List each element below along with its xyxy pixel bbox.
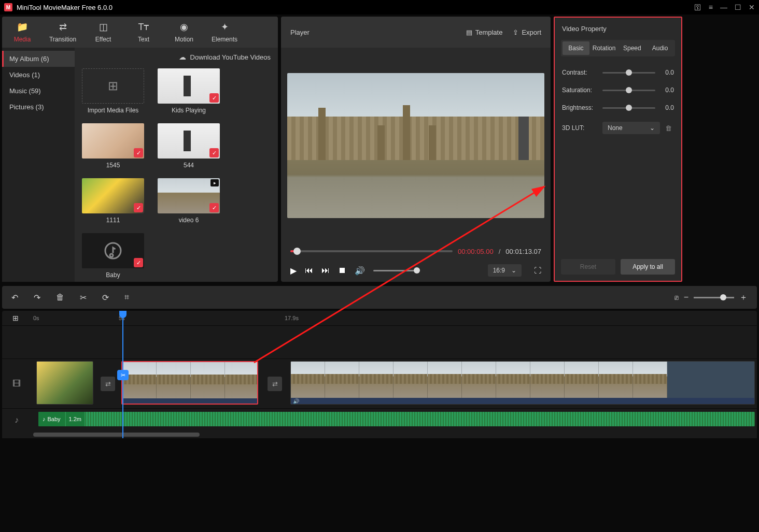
contrast-slider[interactable] <box>602 72 655 74</box>
timeline-clip[interactable]: 🔊 <box>290 361 755 405</box>
play-button[interactable]: ▶ <box>290 266 297 276</box>
video-track[interactable]: ⇄ ⇄ 🔊 <box>31 359 757 408</box>
aspect-ratio-select[interactable]: 16:9⌄ <box>488 264 522 277</box>
brightness-label: Brightness: <box>562 104 599 111</box>
check-icon: ✓ <box>134 148 143 157</box>
media-item[interactable]: ✓ 1545 <box>82 123 144 169</box>
prop-tab-audio[interactable]: Audio <box>646 41 673 55</box>
sidebar-item-myalbum[interactable]: My Album (6) <box>2 51 75 67</box>
maximize-icon[interactable]: ☐ <box>735 3 741 11</box>
split-button[interactable]: ✂ <box>80 293 87 303</box>
zoom-out-button[interactable]: − <box>684 293 688 302</box>
key-icon[interactable]: ⚿ <box>694 3 701 11</box>
tab-effect[interactable]: ◫Effect <box>83 17 123 48</box>
export-button[interactable]: ⇪Export <box>513 28 541 36</box>
tab-transition[interactable]: ⇄Transition <box>43 17 83 48</box>
timeline-ruler[interactable]: ⊞ 0s 5s 17.9s <box>2 311 757 325</box>
close-icon[interactable]: ✕ <box>749 3 755 11</box>
transition-slot[interactable]: ⇄ <box>101 377 115 391</box>
sidebar-item-pictures[interactable]: Pictures (3) <box>2 99 75 115</box>
menu-icon[interactable]: ≡ <box>709 3 713 11</box>
brightness-slider[interactable] <box>602 107 655 109</box>
main-tabbar: 📁Media ⇄Transition ◫Effect TᴛText ◉Motio… <box>2 17 278 48</box>
cloud-download-icon: ☁ <box>179 53 186 61</box>
saturation-label: Saturation: <box>562 87 599 94</box>
undo-button[interactable]: ↶ <box>11 293 18 303</box>
check-icon: ✓ <box>209 148 219 157</box>
tab-media[interactable]: 📁Media <box>2 17 43 48</box>
tab-text[interactable]: TᴛText <box>123 17 164 48</box>
preview-viewport[interactable] <box>287 73 544 218</box>
export-icon: ⇪ <box>513 28 518 36</box>
timeline-scrollbar[interactable] <box>2 431 757 438</box>
tab-elements[interactable]: ✦Elements <box>204 17 245 48</box>
template-button[interactable]: ▤Template <box>466 28 503 36</box>
check-icon: ✓ <box>134 203 143 212</box>
app-title: MiniTool MovieMaker Free 6.0.0 <box>17 4 113 11</box>
redo-button[interactable]: ↷ <box>34 293 40 303</box>
media-thumb: ▸✓ <box>158 178 220 213</box>
audio-clip[interactable]: ♪Baby 1.2m <box>38 412 755 426</box>
media-thumb: ✓ <box>82 123 144 159</box>
crop-button[interactable]: ⌗ <box>124 293 129 302</box>
playhead[interactable]: ✂ <box>122 311 123 438</box>
prop-tab-basic[interactable]: Basic <box>563 41 589 55</box>
media-thumb: ✓ <box>82 178 144 213</box>
timeline-clip-selected[interactable] <box>121 361 258 405</box>
text-icon: Tᴛ <box>138 21 149 33</box>
media-item[interactable]: ▸✓ video 6 <box>158 178 220 224</box>
stop-button[interactable]: ⏹ <box>338 266 346 275</box>
speaker-icon: 🔊 <box>293 398 299 404</box>
check-icon: ✓ <box>209 203 219 212</box>
motion-icon: ◉ <box>180 21 188 33</box>
contrast-label: Contrast: <box>562 69 599 76</box>
sidebar-item-music[interactable]: Music (59) <box>2 83 75 99</box>
media-item[interactable]: ✓ 1111 <box>82 178 144 224</box>
folder-icon: 📁 <box>17 21 28 33</box>
video-property-panel: Video Property Basic Rotation Speed Audi… <box>554 17 682 282</box>
transition-slot[interactable]: ⇄ <box>268 377 282 391</box>
timeline: ⊞ 0s 5s 17.9s 🎞 ⇄ ⇄ 🔊 <box>2 311 757 438</box>
media-item[interactable]: ✓ 544 <box>158 123 220 169</box>
reset-button[interactable]: Reset <box>561 259 615 275</box>
time-total: 00:01:13.07 <box>505 248 541 255</box>
delete-button[interactable]: 🗑 <box>56 293 64 302</box>
download-youtube-link[interactable]: Download YouTube Videos <box>190 53 271 61</box>
player-title: Player <box>290 28 310 36</box>
media-item[interactable]: ✓ Baby <box>82 233 144 279</box>
media-item[interactable]: ✓ Kids Playing <box>158 68 220 114</box>
fit-icon[interactable]: ⎚ <box>674 294 679 301</box>
lut-select[interactable]: None⌄ <box>602 122 660 134</box>
saturation-slider[interactable] <box>602 90 655 91</box>
zoom-slider[interactable] <box>694 297 734 298</box>
zoom-in-button[interactable]: ＋ <box>739 292 748 303</box>
lut-label: 3D LUT: <box>562 124 599 132</box>
minimize-icon[interactable]: — <box>720 3 727 11</box>
audio-track[interactable]: ♪Baby 1.2m <box>31 409 757 431</box>
video-track-icon: 🎞 <box>2 379 31 389</box>
split-handle-icon[interactable]: ✂ <box>117 370 129 380</box>
prop-tab-rotation[interactable]: Rotation <box>591 41 618 55</box>
timeline-clip[interactable] <box>36 361 93 405</box>
transition-icon: ⇄ <box>59 21 67 33</box>
speed-button[interactable]: ⟳ <box>102 293 109 303</box>
import-media-tile[interactable]: ⊞ Import Media Files <box>82 68 144 114</box>
chevron-down-icon: ⌄ <box>511 267 516 274</box>
trash-icon[interactable]: 🗑 <box>663 124 674 132</box>
elements-icon: ✦ <box>221 21 229 33</box>
next-button[interactable]: ⏭ <box>321 266 330 275</box>
prev-button[interactable]: ⏮ <box>305 266 313 275</box>
media-sidebar: My Album (6) Videos (1) Music (59) Pictu… <box>2 48 75 282</box>
sidebar-item-videos[interactable]: Videos (1) <box>2 67 75 83</box>
tab-motion[interactable]: ◉Motion <box>164 17 204 48</box>
fullscreen-icon[interactable]: ⛶ <box>534 266 541 275</box>
video-badge-icon: ▸ <box>210 179 219 186</box>
add-track-icon[interactable]: ⊞ <box>12 314 19 322</box>
volume-slider[interactable] <box>373 270 420 271</box>
music-note-icon: ♪ <box>43 416 46 422</box>
seek-slider[interactable] <box>290 250 453 252</box>
apply-all-button[interactable]: Apply to all <box>621 259 675 275</box>
layers-icon: ▤ <box>466 28 472 36</box>
volume-icon[interactable]: 🔊 <box>355 266 365 276</box>
prop-tab-speed[interactable]: Speed <box>619 41 645 55</box>
